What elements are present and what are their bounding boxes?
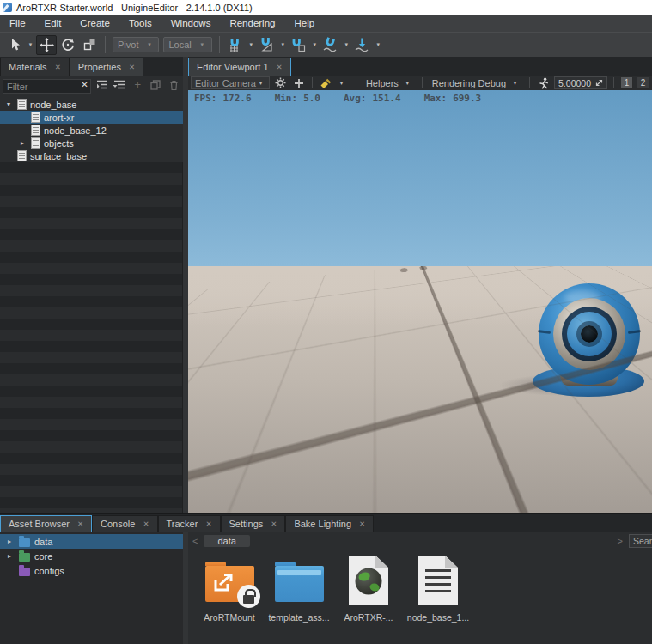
menu-help[interactable]: Help: [284, 15, 324, 32]
helpers-dropdown[interactable]: Helpers ▾: [363, 78, 416, 88]
max-label: Max:: [424, 93, 448, 104]
min-label: Min:: [275, 93, 298, 104]
tab-properties-close-icon[interactable]: ✕: [129, 63, 135, 71]
expander-right-icon[interactable]: ▸: [4, 538, 15, 545]
expander-down-icon[interactable]: ▾: [3, 100, 14, 108]
drop-to-ground-caret[interactable]: ▾: [374, 41, 383, 48]
menu-edit[interactable]: Edit: [35, 15, 71, 32]
snap-grid-button[interactable]: [225, 35, 246, 55]
snap-surface-button[interactable]: [320, 35, 341, 55]
asset-search-input[interactable]: [629, 534, 652, 548]
folder-row-configs[interactable]: configs: [0, 563, 183, 578]
menu-tools[interactable]: Tools: [119, 15, 161, 32]
select-tool-button[interactable]: [4, 35, 25, 55]
viewport-1-button[interactable]: 1: [620, 76, 633, 89]
expander-right-icon[interactable]: ▸: [17, 139, 27, 147]
tree-row-arort-xr[interactable]: arort-xr: [0, 111, 183, 124]
tab-viewport-label: Editor Viewport 1: [197, 62, 269, 72]
tab-editor-viewport-1[interactable]: Editor Viewport 1 ✕: [188, 58, 291, 76]
menu-windows[interactable]: Windows: [161, 15, 221, 32]
tree-row-objects[interactable]: ▸ objects: [0, 137, 183, 149]
tab-viewport-close-icon[interactable]: ✕: [277, 63, 283, 71]
select-tool-caret[interactable]: ▾: [26, 41, 35, 48]
asset-browser-content: ▸ data ▸ core configs < data: [0, 532, 652, 644]
camera-speed-button[interactable]: [536, 76, 551, 90]
collapse-hierarchy-button[interactable]: [113, 78, 127, 92]
expand-hierarchy-button[interactable]: [95, 78, 109, 92]
delete-property-button[interactable]: [167, 78, 180, 92]
tab-settings[interactable]: Settings ✕: [221, 515, 286, 532]
snap-object-caret[interactable]: ▾: [310, 41, 320, 48]
magnet-grid-icon: [227, 37, 243, 52]
camera-settings-button[interactable]: [273, 76, 288, 90]
tab-tracker-close-icon[interactable]: ✕: [205, 519, 211, 528]
filter-input[interactable]: [3, 79, 91, 94]
empty-list-stripes: [0, 162, 183, 513]
menu-create[interactable]: Create: [70, 15, 119, 32]
breadcrumb-back-icon[interactable]: <: [192, 536, 198, 546]
tab-settings-close-icon[interactable]: ✕: [271, 519, 277, 528]
scale-tool-button[interactable]: [79, 35, 100, 55]
tab-asset-browser[interactable]: Asset Browser ✕: [0, 515, 92, 532]
tab-tracker[interactable]: Tracker ✕: [158, 515, 221, 532]
drop-to-ground-button[interactable]: [352, 35, 373, 55]
camera-speed-field[interactable]: 5.00000: [554, 76, 607, 89]
menu-rendering[interactable]: Rendering: [220, 15, 284, 32]
rotate-tool-button[interactable]: [58, 35, 78, 55]
space-mode-select[interactable]: Local ▾: [163, 37, 211, 52]
snap-surface-caret[interactable]: ▾: [342, 41, 351, 48]
tree-row-node-base-12[interactable]: node_base_12: [0, 124, 183, 137]
tree-label: arort-xr: [44, 112, 74, 123]
folder-row-core[interactable]: ▸ core: [0, 549, 183, 563]
clone-property-button[interactable]: [149, 78, 162, 92]
rendering-debug-caret-icon: ▾: [510, 80, 520, 87]
tab-bake-lighting-close-icon[interactable]: ✕: [359, 519, 365, 528]
tab-properties[interactable]: Properties ✕: [70, 58, 143, 76]
asset-icon-slot: [418, 555, 458, 606]
tab-materials-close-icon[interactable]: ✕: [55, 63, 61, 71]
expander-right-icon[interactable]: ▸: [4, 552, 15, 560]
tab-materials[interactable]: Materials ✕: [0, 58, 70, 76]
move-tool-button[interactable]: [36, 35, 57, 55]
tree-label: node_base: [30, 100, 76, 110]
tab-asset-browser-close-icon[interactable]: ✕: [77, 519, 83, 528]
breadcrumb-forward-icon[interactable]: >: [618, 536, 623, 546]
rendering-debug-dropdown[interactable]: Rendering Debug ▾: [429, 78, 523, 88]
scale-icon: [82, 38, 96, 52]
tab-bake-lighting[interactable]: Bake Lighting ✕: [285, 515, 374, 532]
snap-grid-caret[interactable]: ▾: [247, 41, 256, 48]
snap-angle-caret[interactable]: ▾: [278, 41, 288, 48]
asset-template[interactable]: template_ass...: [268, 555, 330, 623]
breadcrumb-current-folder[interactable]: data: [204, 535, 249, 547]
folder-label: core: [34, 551, 52, 562]
tab-console[interactable]: Console ✕: [92, 515, 157, 532]
menu-file[interactable]: File: [0, 15, 35, 32]
add-viewport-button[interactable]: [291, 76, 306, 90]
material-ball-object[interactable]: [539, 283, 640, 385]
viewport-2-button[interactable]: 2: [637, 76, 649, 89]
pivot-mode-select[interactable]: Pivot ▾: [113, 37, 159, 52]
folder-green-icon: [19, 553, 30, 562]
max-value: 699.3: [453, 93, 481, 104]
add-property-button[interactable]: +: [131, 78, 144, 92]
asset-grid: AroRTMount template_ass...: [188, 550, 652, 644]
snap-angle-button[interactable]: [257, 35, 277, 55]
snap-object-button[interactable]: [289, 35, 309, 55]
viewport-light-button[interactable]: [319, 76, 333, 90]
tree-row-node-base[interactable]: ▾ node_base: [0, 98, 183, 111]
folder-row-data[interactable]: ▸ data: [0, 534, 183, 549]
flashlight-icon: [320, 77, 332, 89]
asset-node-file[interactable]: node_base_1...: [407, 555, 469, 623]
tree-row-surface-base[interactable]: surface_base: [0, 149, 183, 162]
drop-to-ground-icon: [354, 37, 370, 52]
camera-select[interactable]: Editor Camera ▾: [191, 76, 270, 89]
globe-icon: [356, 568, 382, 595]
viewport-light-caret[interactable]: ▾: [337, 80, 346, 87]
filter-clear-icon[interactable]: ✕: [81, 80, 88, 89]
asset-arortmount[interactable]: AroRTMount: [198, 555, 260, 623]
asset-world-file[interactable]: AroRTXR-...: [338, 555, 399, 623]
viewport-scene[interactable]: FPS: 172.6 Min: 5.0 Avg: 151.4 Max: 699.…: [188, 90, 652, 513]
tab-asset-browser-label: Asset Browser: [9, 519, 70, 529]
folder-label: data: [34, 537, 52, 547]
tab-console-close-icon[interactable]: ✕: [143, 519, 149, 528]
